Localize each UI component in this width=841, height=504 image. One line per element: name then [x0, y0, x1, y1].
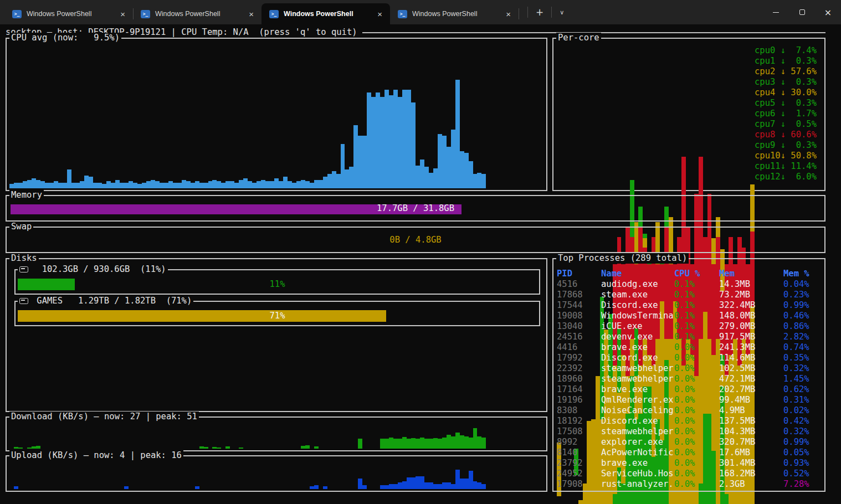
process-cell: 2.82%	[783, 332, 822, 342]
process-cell: 1.45%	[783, 374, 822, 384]
tab-close-icon[interactable]: ×	[375, 9, 384, 19]
process-cell: 0.62%	[783, 384, 822, 395]
process-cell: 279.0MB	[719, 321, 783, 332]
download-chart	[9, 424, 543, 449]
process-cell: 17908	[557, 479, 601, 490]
process-cell: 19196	[557, 395, 601, 405]
process-cell: audiodg.exe	[601, 279, 674, 290]
process-row: 23792brave.exe0.0%301.4MB0.93%	[557, 458, 822, 469]
process-row: 13040iCUE.exe0.1%279.0MB0.86%	[557, 321, 822, 332]
tab-title: Windows PowerShell	[412, 10, 499, 18]
process-cell: 0.0%	[674, 416, 719, 426]
process-cell: steamwebhelper	[601, 374, 674, 384]
close-icon: ×	[824, 7, 832, 18]
core-usage-label: cpu5 ↓ 0.3%	[755, 98, 821, 109]
new-tab-button[interactable]: +	[536, 7, 543, 18]
tab-close-icon[interactable]: ×	[118, 9, 127, 19]
core-usage-label: cpu7 ↓ 0.5%	[755, 119, 821, 130]
process-cell: 2.3GB	[719, 479, 783, 490]
process-cell: 17508	[557, 426, 601, 437]
process-cell: ServiceHub.Hos	[601, 469, 674, 479]
core-sparkline	[557, 140, 755, 151]
maximize-button[interactable]	[789, 0, 815, 24]
window-tab-bar: >_Windows PowerShell×>_Windows PowerShel…	[0, 0, 841, 24]
process-cell: 0.0%	[674, 479, 719, 490]
core-sparkline	[557, 66, 755, 77]
terminal-viewport[interactable]: socktop — host: DESKTOP-9P19121 | CPU Te…	[0, 24, 841, 504]
core-row-cpu10: cpu10↓ 50.8%	[557, 151, 821, 161]
disk-drive-icon	[19, 298, 28, 304]
close-button[interactable]: ×	[815, 0, 841, 24]
process-cell: 18192	[557, 416, 601, 426]
core-usage-label: cpu9 ↓ 0.3%	[755, 140, 821, 151]
disk-bar-track: 71%	[18, 310, 537, 322]
tab-title: Windows PowerShell	[284, 10, 370, 18]
process-cell: 0.0%	[674, 458, 719, 469]
core-sparkline	[557, 130, 755, 140]
core-row-cpu11: cpu11↓ 11.4%	[557, 161, 821, 172]
disk-bar-track: 11%	[18, 279, 537, 290]
process-cell: 99.4MB	[719, 395, 783, 405]
process-cell: 114.6MB	[719, 353, 783, 363]
process-cell: 322.4MB	[719, 300, 783, 311]
process-table-header: PIDNameCPU %MemMem %	[557, 269, 822, 279]
process-cell: iCUE.exe	[601, 321, 674, 332]
process-row: 4416brave.exe0.0%241.3MB0.74%	[557, 342, 822, 353]
disk-gauge: 102.3GB / 930.6GB (11%)11%	[14, 269, 540, 295]
core-sparkline	[557, 109, 755, 119]
process-cell: 917.5MB	[719, 332, 783, 342]
download-panel: Download (KB/s) — now: 27 | peak: 51	[6, 416, 547, 451]
process-cell: 0.02%	[783, 405, 822, 416]
tab-title: Windows PowerShell	[155, 10, 242, 18]
core-sparkline	[557, 151, 755, 161]
disk-percent-label: 11%	[18, 279, 537, 290]
process-cell: Discord.exe	[601, 353, 674, 363]
tab-windows-powershell[interactable]: >_Windows PowerShell×	[4, 3, 133, 24]
upload-chart	[9, 463, 543, 489]
core-sparkline	[557, 119, 755, 130]
process-row: 24516devenv.exe0.1%917.5MB2.82%	[557, 332, 822, 342]
process-cell: 0.0%	[674, 384, 719, 395]
process-cell: 0.31%	[783, 395, 822, 405]
core-row-cpu4: cpu4 ↓ 30.0%	[557, 88, 821, 98]
core-row-cpu2: cpu2 ↓ 57.6%	[557, 66, 821, 77]
column-header: CPU %	[674, 269, 719, 279]
minimize-button[interactable]	[763, 0, 789, 24]
top-processes-panel: Top Processes (289 total) PIDNameCPU %Me…	[552, 258, 825, 492]
tab-bar-extras: + ∨	[519, 0, 564, 24]
top-processes-title: Top Processes (289 total)	[556, 253, 689, 264]
per-core-title: Per-core	[556, 33, 601, 43]
process-cell: steamwebhelper	[601, 426, 674, 437]
memory-panel: Memory 17.7GB / 31.8GB	[6, 195, 825, 222]
tab-windows-powershell[interactable]: >_Windows PowerShell×	[133, 3, 261, 24]
tab-windows-powershell[interactable]: >_Windows PowerShell×	[390, 3, 519, 24]
process-cell: rust-analyzer.	[601, 479, 674, 490]
process-cell: 17992	[557, 353, 601, 363]
process-row: 19008WindowsTermina0.1%148.0MB0.46%	[557, 311, 822, 321]
tab-dropdown-button[interactable]: ∨	[560, 9, 564, 16]
cpu-avg-title: CPU avg (now: 9.5%)	[9, 33, 121, 43]
disk-drive-icon	[19, 266, 28, 272]
download-title: Download (KB/s) — now: 27 | peak: 51	[9, 412, 199, 422]
process-table: PIDNameCPU %MemMem %4516audiodg.exe0.1%1…	[557, 269, 822, 490]
process-cell: 168.2MB	[719, 469, 783, 479]
column-header: Mem %	[783, 269, 822, 279]
process-cell: 0.05%	[783, 448, 822, 458]
tab-close-icon[interactable]: ×	[247, 9, 256, 19]
process-cell: 22392	[557, 363, 601, 374]
disks-panel: Disks 102.3GB / 930.6GB (11%)11% GAMES 1…	[6, 258, 547, 412]
core-sparkline	[557, 56, 755, 66]
process-cell: 0.86%	[783, 321, 822, 332]
memory-usage-label: 17.7GB / 31.8GB	[7, 203, 824, 214]
tab-windows-powershell[interactable]: >_Windows PowerShell×	[261, 3, 390, 24]
core-row-cpu0: cpu0 ↓ 7.4%	[557, 45, 821, 56]
process-cell: 0.1%	[674, 321, 719, 332]
core-row-cpu1: cpu1 ↓ 0.3%	[557, 56, 821, 66]
process-cell: 0.42%	[783, 416, 822, 426]
upload-title: Upload (KB/s) — now: 4 | peak: 16	[9, 450, 183, 461]
core-usage-label: cpu3 ↓ 0.3%	[755, 77, 821, 88]
tab-title: Windows PowerShell	[27, 10, 113, 18]
process-cell: 73.2MB	[719, 290, 783, 300]
process-row: 17908rust-analyzer.0.0%2.3GB7.28%	[557, 479, 822, 490]
tab-close-icon[interactable]: ×	[504, 9, 513, 19]
